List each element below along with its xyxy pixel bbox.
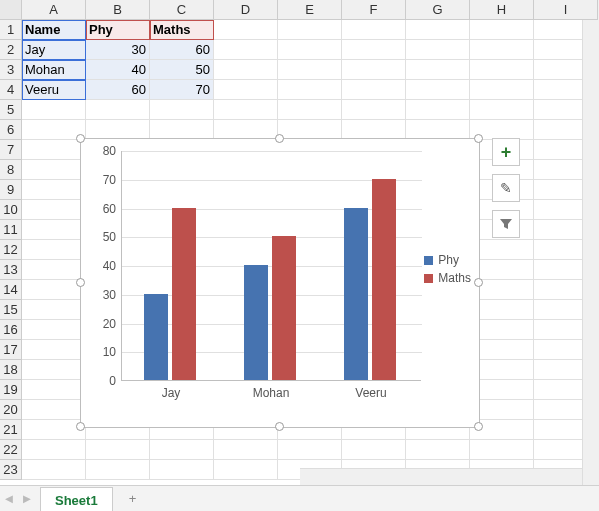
cell-E4[interactable] (278, 80, 342, 100)
legend-item-phy[interactable]: Phy (424, 253, 471, 267)
cell-D23[interactable] (214, 460, 278, 480)
row-header[interactable]: 22 (0, 440, 22, 460)
sheet-nav-next[interactable]: ► (18, 491, 36, 506)
cell-G3[interactable] (406, 60, 470, 80)
row-header[interactable]: 11 (0, 220, 22, 240)
row-header[interactable]: 19 (0, 380, 22, 400)
horizontal-scrollbar[interactable] (300, 468, 582, 485)
add-sheet-button[interactable]: + (121, 487, 145, 511)
cell-E3[interactable] (278, 60, 342, 80)
cell-D1[interactable] (214, 20, 278, 40)
cell-A16[interactable] (22, 320, 86, 340)
selection-handle[interactable] (275, 422, 284, 431)
bar-phy-jay[interactable] (144, 294, 168, 380)
select-all-corner[interactable] (0, 0, 22, 20)
row-header[interactable]: 5 (0, 100, 22, 120)
cell-A3[interactable]: Mohan (22, 60, 86, 80)
cell-A12[interactable] (22, 240, 86, 260)
col-header-G[interactable]: G (406, 0, 470, 20)
cell-A8[interactable] (22, 160, 86, 180)
cell-A2[interactable]: Jay (22, 40, 86, 60)
chart-styles-button[interactable]: ✎ (492, 174, 520, 202)
cell-G1[interactable] (406, 20, 470, 40)
row-header[interactable]: 10 (0, 200, 22, 220)
cell-H2[interactable] (470, 40, 534, 60)
row-header[interactable]: 9 (0, 180, 22, 200)
plot-area[interactable]: 01020304050607080JayMohanVeeru (121, 151, 421, 381)
col-header-E[interactable]: E (278, 0, 342, 20)
cell-C6[interactable] (150, 120, 214, 140)
legend[interactable]: PhyMaths (424, 249, 471, 289)
cell-F6[interactable] (342, 120, 406, 140)
cell-G5[interactable] (406, 100, 470, 120)
cell-C22[interactable] (150, 440, 214, 460)
cell-C2[interactable]: 60 (150, 40, 214, 60)
chart-elements-button[interactable]: + (492, 138, 520, 166)
cell-C1[interactable]: Maths (150, 20, 214, 40)
row-header[interactable]: 1 (0, 20, 22, 40)
bar-maths-veeru[interactable] (372, 179, 396, 380)
cell-A18[interactable] (22, 360, 86, 380)
cell-D2[interactable] (214, 40, 278, 60)
cell-C4[interactable]: 70 (150, 80, 214, 100)
cell-A13[interactable] (22, 260, 86, 280)
chart-filter-button[interactable] (492, 210, 520, 238)
row-header[interactable]: 15 (0, 300, 22, 320)
bar-phy-veeru[interactable] (344, 208, 368, 381)
cell-B22[interactable] (86, 440, 150, 460)
row-header[interactable]: 20 (0, 400, 22, 420)
cell-F3[interactable] (342, 60, 406, 80)
row-header[interactable]: 8 (0, 160, 22, 180)
cell-A15[interactable] (22, 300, 86, 320)
bar-maths-jay[interactable] (172, 208, 196, 381)
col-header-D[interactable]: D (214, 0, 278, 20)
cell-A20[interactable] (22, 400, 86, 420)
selection-handle[interactable] (474, 422, 483, 431)
selection-handle[interactable] (76, 422, 85, 431)
cell-G2[interactable] (406, 40, 470, 60)
cell-F2[interactable] (342, 40, 406, 60)
bar-maths-mohan[interactable] (272, 236, 296, 380)
cell-H5[interactable] (470, 100, 534, 120)
cell-A1[interactable]: Name (22, 20, 86, 40)
col-header-H[interactable]: H (470, 0, 534, 20)
sheet-tab-active[interactable]: Sheet1 (40, 487, 113, 511)
cell-C3[interactable]: 50 (150, 60, 214, 80)
cell-A4[interactable]: Veeru (22, 80, 86, 100)
selection-handle[interactable] (76, 278, 85, 287)
selection-handle[interactable] (474, 134, 483, 143)
cell-B4[interactable]: 60 (86, 80, 150, 100)
cell-B6[interactable] (86, 120, 150, 140)
cell-E6[interactable] (278, 120, 342, 140)
cell-A17[interactable] (22, 340, 86, 360)
row-header[interactable]: 12 (0, 240, 22, 260)
cell-C23[interactable] (150, 460, 214, 480)
cell-A7[interactable] (22, 140, 86, 160)
legend-item-maths[interactable]: Maths (424, 271, 471, 285)
col-header-A[interactable]: A (22, 0, 86, 20)
cell-A23[interactable] (22, 460, 86, 480)
row-header[interactable]: 16 (0, 320, 22, 340)
sheet-nav-prev[interactable]: ◄ (0, 491, 18, 506)
cell-B23[interactable] (86, 460, 150, 480)
cell-D22[interactable] (214, 440, 278, 460)
cell-H3[interactable] (470, 60, 534, 80)
cell-G4[interactable] (406, 80, 470, 100)
cell-D5[interactable] (214, 100, 278, 120)
row-header[interactable]: 17 (0, 340, 22, 360)
cell-F1[interactable] (342, 20, 406, 40)
cell-A5[interactable] (22, 100, 86, 120)
cell-D6[interactable] (214, 120, 278, 140)
col-header-B[interactable]: B (86, 0, 150, 20)
row-header[interactable]: 3 (0, 60, 22, 80)
cell-A19[interactable] (22, 380, 86, 400)
row-header[interactable]: 21 (0, 420, 22, 440)
cell-A10[interactable] (22, 200, 86, 220)
cell-E1[interactable] (278, 20, 342, 40)
row-header[interactable]: 18 (0, 360, 22, 380)
cell-A22[interactable] (22, 440, 86, 460)
cell-F4[interactable] (342, 80, 406, 100)
cell-A11[interactable] (22, 220, 86, 240)
cell-C5[interactable] (150, 100, 214, 120)
row-header[interactable]: 13 (0, 260, 22, 280)
